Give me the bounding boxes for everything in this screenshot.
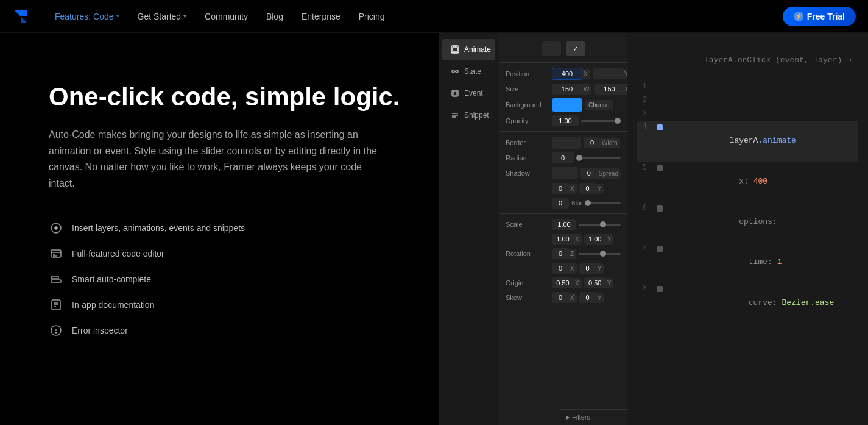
code-line-7: 7 time: 1 [637, 242, 858, 282]
code-line-4: 4 layerA.animate [637, 121, 858, 161]
position-x-input[interactable] [552, 68, 582, 80]
free-trial-button[interactable]: ⚡ Free Trial [783, 7, 856, 26]
opacity-slider[interactable] [581, 120, 621, 122]
rotation-slider[interactable] [579, 253, 621, 255]
shadow-color-swatch[interactable] [552, 167, 578, 179]
chevron-down-icon: ▾ [183, 13, 186, 20]
shadow-y-input[interactable] [579, 183, 596, 194]
size-h-suffix: H [623, 84, 627, 95]
size-h-input[interactable] [594, 84, 624, 95]
nav-community[interactable]: Community [197, 8, 255, 25]
rotation-y-input[interactable] [579, 263, 596, 274]
radius-slider[interactable] [576, 157, 621, 159]
border-width-input[interactable] [584, 137, 601, 148]
panel-tab-check[interactable]: ✓ [566, 41, 585, 56]
scale-y-suffix: Y [605, 234, 614, 245]
nav-blog[interactable]: Blog [259, 8, 291, 25]
position-x-suffix: X [581, 69, 590, 79]
shadow-spread-input[interactable] [580, 168, 598, 179]
size-w-input[interactable] [552, 84, 582, 95]
toolbar-event[interactable]: Event [442, 83, 495, 104]
rotation-z-input[interactable] [552, 248, 569, 259]
skew-y-input[interactable] [579, 292, 596, 303]
scale-input[interactable] [552, 219, 576, 230]
opacity-input[interactable] [552, 115, 579, 126]
filters-bar[interactable]: ▸ Filters [560, 409, 627, 425]
svg-rect-22 [453, 91, 457, 95]
shadow-x-input[interactable] [552, 183, 569, 194]
position-y-group: Y [593, 68, 627, 79]
prop-scale-row: Scale [506, 219, 621, 230]
code-line-5: 5 x: 400 [637, 162, 858, 202]
scale-slider[interactable] [579, 224, 621, 226]
border-color-swatch[interactable] [552, 137, 581, 149]
panel-tabs: — ✓ [499, 39, 627, 63]
chevron-down-icon: ▾ [116, 13, 119, 20]
blur-slider[interactable] [585, 202, 621, 204]
prop-transform-section: Scale X Y [499, 219, 627, 303]
panel-tab-minus[interactable]: — [542, 41, 561, 56]
prop-background-row: Background Choose [506, 98, 621, 112]
size-w-group: W [552, 84, 591, 95]
radius-input[interactable] [552, 152, 574, 163]
size-label: Size [506, 85, 549, 93]
nav-get-started[interactable]: Get Started ▾ [130, 8, 194, 25]
prop-opacity-row: Opacity [506, 115, 621, 126]
origin-x-input[interactable] [552, 277, 574, 288]
divider-2 [499, 213, 627, 214]
framer-logo[interactable] [12, 8, 29, 25]
scale-y-input[interactable] [584, 234, 606, 245]
rotation-y-group: Y [579, 263, 604, 274]
prop-skew-row: Skew X Y [506, 292, 621, 303]
documentation-icon [49, 298, 63, 312]
snippet-icon [451, 111, 459, 120]
navbar: Features: Code ▾ Get Started ▾ Community… [0, 0, 868, 33]
radius-label: Radius [506, 154, 549, 162]
border-width-suffix: Width [599, 138, 620, 148]
shadow-x-group: X [552, 183, 577, 194]
shadow-y-suffix: Y [595, 184, 604, 194]
blur-label: Blur [571, 200, 582, 207]
list-item: Smart auto-complete [49, 272, 402, 287]
shadow-y-group: Y [579, 183, 604, 194]
scale-y-group: Y [584, 234, 614, 245]
scale-x-input[interactable] [552, 234, 574, 245]
svg-point-18 [452, 70, 454, 73]
animate-icon [451, 45, 459, 54]
side-toolbar: Animate State Event [439, 33, 499, 425]
skew-x-input[interactable] [552, 292, 569, 303]
rotation-x-input[interactable] [552, 263, 569, 274]
page-headline: One-click code, simple logic. [49, 82, 402, 112]
origin-y-input[interactable] [584, 277, 606, 288]
prop-shadow-xy-row: X Y [506, 183, 621, 194]
toolbar-state[interactable]: State [442, 61, 495, 82]
shadow-blur-input[interactable] [552, 198, 569, 209]
choose-color-button[interactable]: Choose [585, 100, 613, 110]
code-line-3: 3 [637, 107, 858, 121]
origin-y-group: Y [584, 277, 614, 288]
svg-rect-17 [453, 47, 457, 52]
shadow-label: Shadow [506, 170, 549, 177]
code-dot-active [657, 124, 663, 130]
prop-scale-xy-row: X Y [506, 234, 621, 245]
main-content: One-click code, simple logic. Auto-Code … [0, 0, 868, 425]
skew-y-group: Y [579, 292, 604, 303]
list-item: Full-featured code editor [49, 246, 402, 261]
background-color-swatch[interactable] [552, 98, 582, 112]
list-item: In-app documentation [49, 298, 402, 312]
prop-rotation-xy-row: X Y [506, 263, 621, 274]
prop-size-row: Size W H [506, 84, 621, 95]
code-line-6: 6 options: [637, 202, 858, 242]
prop-shadow-row: Shadow Spread [506, 167, 621, 179]
nav-features-code[interactable]: Features: Code ▾ [48, 8, 127, 25]
position-y-input[interactable] [593, 68, 623, 79]
code-line-8: 8 curve: Bezier.ease [637, 282, 858, 323]
nav-pricing[interactable]: Pricing [351, 8, 392, 25]
code-dot [657, 246, 663, 252]
toolbar-snippet[interactable]: Snippet [442, 105, 495, 126]
left-panel: One-click code, simple logic. Auto-Code … [0, 33, 439, 425]
svg-point-19 [456, 70, 458, 73]
origin-label: Origin [506, 279, 549, 287]
toolbar-animate[interactable]: Animate [442, 39, 495, 60]
nav-enterprise[interactable]: Enterprise [294, 8, 348, 25]
